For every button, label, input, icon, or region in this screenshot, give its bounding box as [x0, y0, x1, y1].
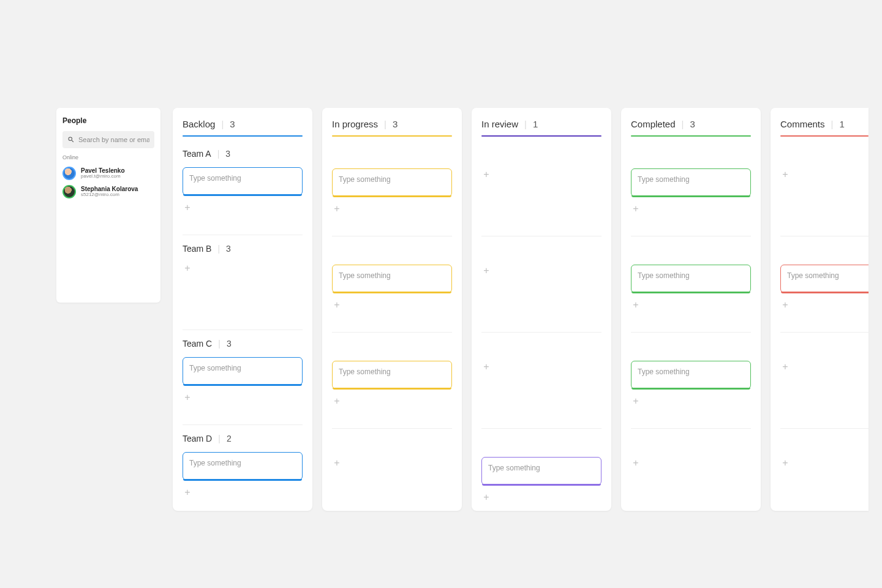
- cell: +: [481, 361, 601, 420]
- spacer: [780, 341, 869, 361]
- group-header: Team D | 2: [183, 434, 303, 443]
- group-title: Team B: [183, 244, 211, 254]
- column-count: 3: [230, 119, 235, 129]
- group-team-d: Team D | 2 Type something +: [183, 424, 303, 497]
- card[interactable]: Type something: [332, 168, 452, 197]
- cell: +: [780, 361, 869, 420]
- card[interactable]: Type something: [481, 457, 601, 485]
- cell: Type something +: [332, 168, 452, 227]
- cell: +: [481, 168, 601, 227]
- person-info: Stephania Kolarova s5212@miro.com: [81, 186, 138, 198]
- separator: |: [831, 119, 834, 129]
- search-icon: [67, 136, 75, 143]
- spacer: [631, 149, 751, 168]
- group-title: Team D: [183, 434, 212, 443]
- spacer: [780, 149, 869, 168]
- spacer: [481, 245, 601, 265]
- card[interactable]: Type something: [183, 452, 303, 480]
- add-card-button[interactable]: +: [183, 263, 192, 273]
- cell: Type something +: [631, 168, 751, 227]
- add-card-button[interactable]: +: [481, 170, 491, 179]
- spacer: [780, 437, 869, 457]
- column-count: 3: [690, 119, 695, 129]
- column-underline: [631, 135, 751, 137]
- cell: Type something +: [183, 452, 303, 497]
- add-card-button[interactable]: +: [780, 362, 790, 372]
- card[interactable]: Type something: [631, 168, 751, 197]
- cell-group: +: [780, 332, 869, 420]
- add-card-button[interactable]: +: [481, 362, 491, 372]
- add-card-button[interactable]: +: [631, 204, 641, 214]
- add-card-button[interactable]: +: [481, 492, 491, 502]
- add-card-button[interactable]: +: [631, 458, 641, 468]
- group-header: Team B | 3: [183, 244, 303, 254]
- search-input[interactable]: [78, 136, 149, 143]
- spacer: [332, 149, 452, 168]
- column-count: 1: [839, 119, 844, 129]
- add-card-button[interactable]: +: [183, 393, 192, 402]
- group-count: 3: [227, 339, 232, 349]
- card[interactable]: Type something: [631, 361, 751, 389]
- person-row[interactable]: Stephania Kolarova s5212@miro.com: [62, 183, 154, 201]
- add-card-button[interactable]: +: [183, 488, 192, 497]
- card[interactable]: Type something: [183, 357, 303, 385]
- separator: |: [221, 119, 224, 129]
- add-card-button[interactable]: +: [332, 300, 342, 310]
- card[interactable]: Type something: [780, 265, 869, 293]
- column-header: Comments | 1: [780, 119, 869, 129]
- group-title: Team C: [183, 339, 212, 349]
- add-card-button[interactable]: +: [631, 396, 641, 406]
- cell: +: [481, 265, 601, 323]
- card[interactable]: Type something: [631, 265, 751, 293]
- group-header: Team C | 3: [183, 339, 303, 349]
- cell-group: +: [780, 140, 869, 227]
- cell-group: +: [631, 428, 751, 501]
- column-header: In progress | 3: [332, 119, 452, 129]
- spacer: [481, 341, 601, 361]
- search-wrap[interactable]: [62, 131, 154, 148]
- spacer: [780, 245, 869, 265]
- cell-group: +: [481, 236, 601, 323]
- cell: Type something +: [332, 361, 452, 420]
- people-title: People: [62, 116, 154, 125]
- column-count: 3: [393, 119, 398, 129]
- add-card-button[interactable]: +: [332, 458, 342, 468]
- cell: Type something +: [183, 167, 303, 226]
- add-card-button[interactable]: +: [183, 203, 192, 213]
- column-in-progress: In progress | 3 Type something + Type so…: [322, 108, 462, 511]
- spacer: [332, 437, 452, 457]
- cell-group: Type something +: [631, 140, 751, 227]
- column-underline: [481, 135, 601, 137]
- spacer: [631, 437, 751, 457]
- person-email: s5212@miro.com: [81, 192, 138, 198]
- add-card-button[interactable]: +: [481, 266, 491, 276]
- add-card-button[interactable]: +: [780, 300, 790, 310]
- column-in-review: In review | 1 + + +: [472, 108, 611, 511]
- card[interactable]: Type something: [332, 361, 452, 389]
- add-card-button[interactable]: +: [631, 300, 641, 310]
- person-row[interactable]: Pavel Teslenko pavel.t@miro.com: [62, 164, 154, 183]
- person-email: pavel.t@miro.com: [81, 174, 125, 179]
- separator: |: [217, 149, 220, 159]
- add-card-button[interactable]: +: [332, 204, 342, 214]
- kanban-board: Backlog | 3 Team A | 3 Type something + …: [173, 108, 869, 511]
- card[interactable]: Type something: [183, 167, 303, 195]
- group-count: 2: [227, 434, 232, 443]
- cell-group: Type something +: [631, 332, 751, 420]
- add-card-button[interactable]: +: [780, 170, 790, 179]
- column-underline: [183, 135, 303, 137]
- add-card-button[interactable]: +: [332, 396, 342, 406]
- separator: |: [217, 244, 220, 254]
- cell: Type something +: [332, 265, 452, 323]
- add-card-button[interactable]: +: [780, 458, 790, 468]
- group-team-a: Team A | 3 Type something +: [183, 140, 303, 226]
- spacer: [631, 341, 751, 361]
- column-title: In progress: [332, 119, 378, 129]
- spacer: [481, 149, 601, 168]
- group-title: Team A: [183, 149, 211, 159]
- column-header: Completed | 3: [631, 119, 751, 129]
- card[interactable]: Type something: [332, 265, 452, 293]
- column-comments: Comments | 1 + Type something +: [771, 108, 869, 511]
- column-header: In review | 1: [481, 119, 601, 129]
- column-title: Backlog: [183, 119, 215, 129]
